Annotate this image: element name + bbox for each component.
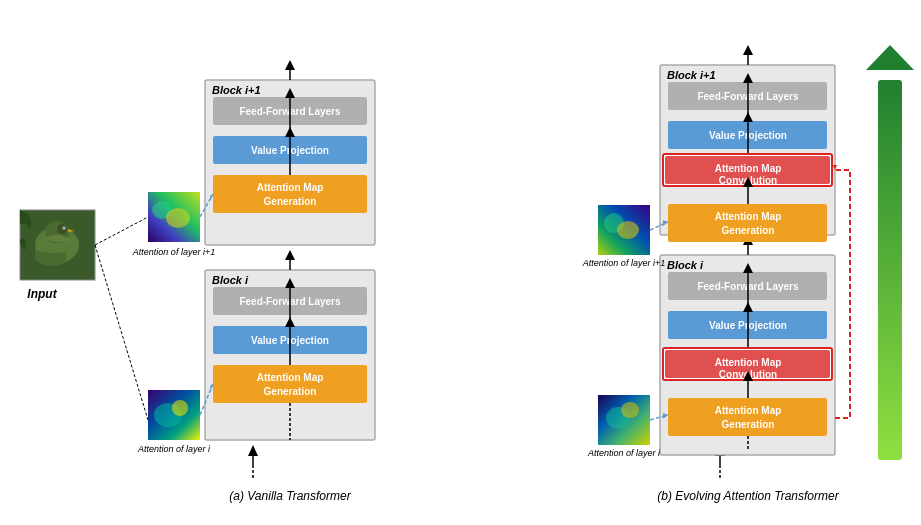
svg-point-6: [63, 227, 64, 228]
svg-rect-37: [213, 97, 367, 125]
svg-rect-35: [205, 80, 375, 245]
svg-text:Evolving Attention: Evolving Attention: [906, 217, 920, 323]
svg-text:Attention Map: Attention Map: [715, 163, 782, 174]
svg-point-111: [617, 221, 639, 239]
svg-rect-62: [668, 272, 827, 300]
svg-text:Value Projection: Value Projection: [251, 335, 329, 346]
svg-rect-71: [665, 350, 830, 378]
svg-text:Generation: Generation: [264, 196, 317, 207]
svg-rect-117: [878, 80, 902, 460]
diagram-svg: Input Block i Feed-Forward Layers Value …: [0, 0, 921, 525]
svg-rect-0: [0, 0, 921, 525]
svg-rect-70: [663, 348, 832, 380]
svg-text:Generation: Generation: [264, 386, 317, 397]
svg-marker-108: [743, 45, 753, 55]
svg-marker-44: [285, 127, 295, 137]
svg-text:(a) Vanilla Transformer: (a) Vanilla Transformer: [229, 489, 351, 503]
svg-marker-55: [210, 194, 213, 200]
svg-rect-45: [213, 175, 367, 213]
svg-rect-18: [213, 326, 367, 354]
svg-point-3: [45, 221, 69, 243]
svg-text:Block i+1: Block i+1: [212, 84, 261, 96]
svg-text:Attention of layer i+1: Attention of layer i+1: [132, 247, 215, 257]
svg-marker-65: [743, 263, 753, 273]
svg-marker-49: [285, 60, 295, 70]
svg-rect-50: [148, 192, 200, 242]
svg-marker-17: [285, 278, 295, 288]
svg-point-81: [606, 407, 630, 429]
svg-marker-87: [743, 235, 753, 245]
svg-text:(b) Evolving Attention Transfo: (b) Evolving Attention Transformer: [657, 489, 839, 503]
svg-text:Convolution: Convolution: [719, 369, 777, 380]
svg-rect-90: [668, 82, 827, 110]
svg-marker-114: [663, 220, 668, 226]
diagram-container: Input Block i Feed-Forward Layers Value …: [0, 0, 921, 525]
svg-text:Value Projection: Value Projection: [251, 145, 329, 156]
svg-rect-12: [205, 270, 375, 440]
svg-line-84: [650, 415, 668, 420]
svg-marker-115: [833, 165, 837, 170]
svg-marker-103: [743, 177, 753, 187]
svg-rect-94: [668, 121, 827, 149]
svg-text:Block i: Block i: [212, 274, 249, 286]
svg-text:Value Projection: Value Projection: [709, 130, 787, 141]
svg-line-54: [200, 194, 213, 217]
svg-point-82: [621, 402, 639, 418]
svg-rect-76: [668, 398, 827, 436]
svg-marker-40: [285, 88, 295, 98]
svg-text:Attention Map: Attention Map: [257, 182, 324, 193]
svg-rect-22: [213, 365, 367, 403]
svg-marker-75: [743, 371, 753, 381]
svg-text:Value Projection: Value Projection: [709, 320, 787, 331]
svg-rect-1: [20, 210, 95, 280]
svg-marker-11: [248, 445, 258, 456]
svg-text:Generation: Generation: [722, 225, 775, 236]
svg-point-110: [604, 213, 624, 233]
svg-line-120: [95, 245, 148, 420]
svg-text:Attention Map: Attention Map: [257, 372, 324, 383]
svg-rect-99: [665, 156, 830, 184]
svg-point-51: [152, 201, 172, 219]
svg-text:Input: Input: [27, 287, 57, 301]
svg-text:Convolution: Convolution: [719, 175, 777, 186]
svg-marker-59: [715, 445, 725, 456]
svg-text:Attention of layer i: Attention of layer i: [137, 444, 211, 454]
svg-text:Attention Map: Attention Map: [715, 405, 782, 416]
svg-text:Block i: Block i: [667, 259, 704, 271]
svg-marker-32: [210, 384, 213, 390]
svg-marker-34: [285, 250, 295, 260]
svg-marker-69: [743, 302, 753, 312]
svg-text:Feed-Forward Layers: Feed-Forward Layers: [239, 296, 341, 307]
svg-rect-109: [598, 205, 650, 255]
svg-rect-14: [213, 287, 367, 315]
svg-point-5: [63, 227, 66, 230]
svg-marker-97: [743, 112, 753, 122]
svg-text:Attention Map: Attention Map: [715, 211, 782, 222]
svg-line-31: [200, 384, 213, 415]
svg-rect-27: [148, 390, 200, 440]
svg-marker-93: [743, 73, 753, 83]
svg-text:Attention of layer i+1: Attention of layer i+1: [582, 258, 665, 268]
svg-point-2: [35, 227, 79, 263]
svg-text:Feed-Forward Layers: Feed-Forward Layers: [697, 281, 799, 292]
svg-rect-88: [660, 65, 835, 235]
svg-line-113: [650, 222, 668, 230]
svg-text:Attention Map: Attention Map: [715, 357, 782, 368]
svg-marker-7: [68, 229, 75, 232]
svg-point-52: [166, 208, 190, 228]
svg-rect-98: [663, 154, 832, 186]
svg-rect-66: [668, 311, 827, 339]
svg-rect-80: [598, 395, 650, 445]
svg-marker-21: [285, 317, 295, 327]
svg-text:Attention of layer i: Attention of layer i: [587, 448, 661, 458]
svg-point-29: [172, 400, 188, 416]
svg-text:Generation: Generation: [722, 419, 775, 430]
svg-rect-60: [660, 255, 835, 455]
svg-text:Feed-Forward Layers: Feed-Forward Layers: [239, 106, 341, 117]
svg-marker-85: [663, 413, 668, 419]
svg-rect-41: [213, 136, 367, 164]
svg-point-4: [57, 224, 67, 234]
svg-rect-104: [668, 204, 827, 242]
svg-point-28: [154, 403, 182, 427]
svg-text:Feed-Forward Layers: Feed-Forward Layers: [697, 91, 799, 102]
